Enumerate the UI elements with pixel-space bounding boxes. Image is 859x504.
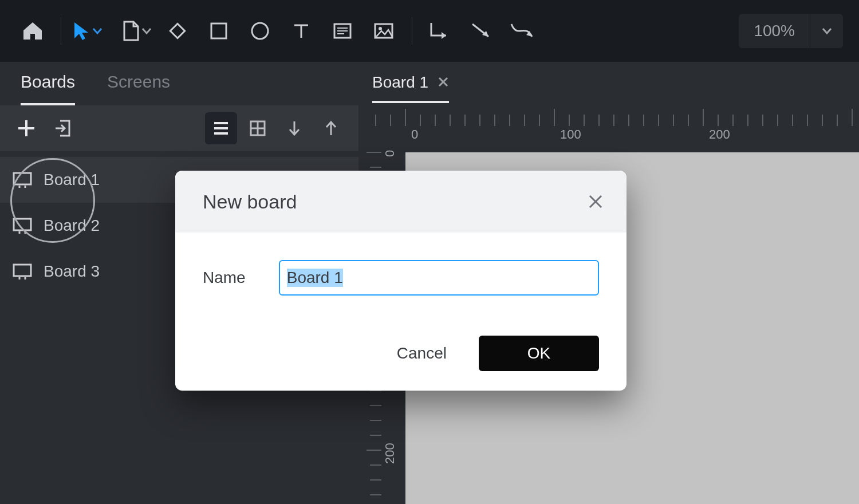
ok-button[interactable]: OK xyxy=(479,336,599,371)
modal-body: Name xyxy=(175,233,626,296)
modal-overlay: New board Name Cancel OK xyxy=(0,0,859,504)
cancel-button[interactable]: Cancel xyxy=(390,338,454,368)
modal-header: New board xyxy=(175,171,626,233)
close-icon xyxy=(588,194,603,209)
name-input[interactable] xyxy=(279,260,599,296)
modal-title: New board xyxy=(203,191,297,213)
modal-footer: Cancel OK xyxy=(175,336,626,371)
modal-close-button[interactable] xyxy=(584,190,607,213)
name-label: Name xyxy=(203,269,246,287)
new-board-modal: New board Name Cancel OK xyxy=(175,171,626,391)
